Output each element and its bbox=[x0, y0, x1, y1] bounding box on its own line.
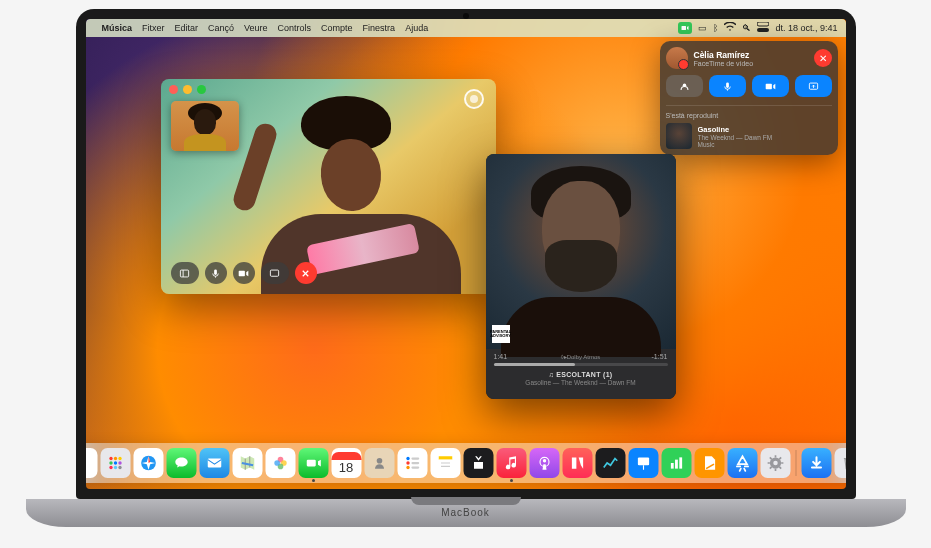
svg-line-52 bbox=[769, 467, 771, 469]
share-screen-button[interactable] bbox=[261, 262, 289, 284]
svg-rect-8 bbox=[270, 270, 278, 276]
wifi-icon[interactable] bbox=[724, 22, 736, 34]
dock-numbers[interactable] bbox=[661, 448, 691, 478]
svg-point-18 bbox=[113, 466, 116, 469]
svg-line-51 bbox=[779, 467, 781, 469]
dock-podcasts[interactable] bbox=[529, 448, 559, 478]
dock-contacts[interactable] bbox=[364, 448, 394, 478]
svg-point-13 bbox=[118, 457, 121, 460]
dock-pages[interactable] bbox=[694, 448, 724, 478]
dock-calendar[interactable]: 18 bbox=[331, 448, 361, 478]
dock-separator bbox=[795, 450, 796, 476]
svg-point-12 bbox=[113, 457, 116, 460]
minimize-window-button[interactable] bbox=[183, 85, 192, 94]
call-type-label: FaceTime de vídeo bbox=[694, 60, 808, 67]
track-info: Gasoline — The Weeknd — Dawn FM bbox=[494, 379, 668, 386]
playback-bar: 1:41 ◊▸Dolby Atmos -1:51 ♫ ESCOLTANT (1)… bbox=[486, 349, 676, 399]
svg-line-53 bbox=[779, 457, 781, 459]
dock-safari[interactable] bbox=[133, 448, 163, 478]
dock-launchpad[interactable] bbox=[100, 448, 130, 478]
dock-reminders[interactable] bbox=[397, 448, 427, 478]
airplay-icon[interactable]: ▭ bbox=[698, 23, 707, 33]
control-center-icon[interactable] bbox=[757, 22, 769, 34]
dolby-atmos-badge: ◊▸Dolby Atmos bbox=[494, 353, 668, 360]
bluetooth-icon[interactable]: ᛒ bbox=[713, 23, 718, 33]
svg-point-25 bbox=[274, 460, 280, 466]
dock-finder[interactable] bbox=[86, 448, 98, 478]
svg-point-19 bbox=[118, 466, 121, 469]
fullscreen-window-button[interactable] bbox=[197, 85, 206, 94]
dock-mail[interactable] bbox=[199, 448, 229, 478]
now-playing-label: S'està reproduint bbox=[666, 112, 832, 119]
svg-point-45 bbox=[773, 461, 778, 466]
live-photo-button[interactable] bbox=[464, 89, 484, 109]
dock-appstore[interactable] bbox=[727, 448, 757, 478]
facetime-window[interactable] bbox=[161, 79, 496, 294]
dock-news[interactable] bbox=[562, 448, 592, 478]
menu-file[interactable]: Fitxer bbox=[142, 23, 165, 33]
svg-point-17 bbox=[109, 466, 112, 469]
dock-settings[interactable] bbox=[760, 448, 790, 478]
svg-rect-32 bbox=[411, 466, 419, 468]
dock-trash[interactable] bbox=[834, 448, 846, 478]
dock-stocks[interactable] bbox=[595, 448, 625, 478]
close-window-button[interactable] bbox=[169, 85, 178, 94]
shareplay-button[interactable] bbox=[666, 75, 703, 97]
svg-rect-34 bbox=[438, 460, 452, 470]
menu-window[interactable]: Finestra bbox=[363, 23, 396, 33]
svg-rect-33 bbox=[438, 456, 452, 459]
now-playing-artwork bbox=[666, 123, 692, 149]
window-traffic-lights bbox=[169, 85, 206, 94]
svg-point-27 bbox=[406, 457, 409, 460]
mute-mic-button[interactable] bbox=[205, 262, 227, 284]
mic-button[interactable] bbox=[709, 75, 746, 97]
menubar: Música Fitxer Editar Cançó Veure Control… bbox=[86, 19, 846, 37]
progress-slider[interactable] bbox=[494, 363, 668, 366]
menu-controls[interactable]: Controls bbox=[278, 23, 312, 33]
dock-photos[interactable] bbox=[265, 448, 295, 478]
parental-advisory-badge: PARENTAL ADVISORY bbox=[492, 325, 510, 343]
music-miniplayer[interactable]: PARENTAL ADVISORY 1:41 ◊▸Dolby Atmos -1:… bbox=[486, 154, 676, 399]
svg-point-16 bbox=[118, 461, 121, 464]
menu-account[interactable]: Compte bbox=[321, 23, 353, 33]
dock-maps[interactable] bbox=[232, 448, 262, 478]
menu-song[interactable]: Cançó bbox=[208, 23, 234, 33]
caller-avatar bbox=[666, 47, 688, 69]
dock-keynote[interactable] bbox=[628, 448, 658, 478]
dock-notes[interactable] bbox=[430, 448, 460, 478]
desktop[interactable]: Música Fitxer Editar Cançó Veure Control… bbox=[86, 19, 846, 489]
menu-edit[interactable]: Editar bbox=[175, 23, 199, 33]
dock-messages[interactable] bbox=[166, 448, 196, 478]
dock-downloads[interactable] bbox=[801, 448, 831, 478]
sidebar-toggle-button[interactable] bbox=[171, 262, 199, 284]
svg-rect-7 bbox=[214, 269, 217, 275]
screen-share-button[interactable] bbox=[795, 75, 832, 97]
facetime-active-indicator[interactable] bbox=[678, 22, 692, 34]
facetime-controls bbox=[171, 262, 317, 284]
self-view-pip[interactable] bbox=[171, 101, 239, 151]
datetime[interactable]: dt. 18 oct., 9:41 bbox=[775, 23, 837, 33]
svg-rect-5 bbox=[180, 270, 188, 277]
toggle-camera-button[interactable] bbox=[233, 262, 255, 284]
menu-view[interactable]: Veure bbox=[244, 23, 268, 33]
now-playing-app: Music bbox=[698, 141, 832, 148]
spotlight-icon[interactable]: 🔍︎ bbox=[742, 23, 751, 33]
svg-rect-42 bbox=[675, 460, 678, 469]
now-playing-title: Gasoline bbox=[698, 125, 832, 134]
svg-rect-0 bbox=[757, 22, 769, 26]
svg-rect-3 bbox=[726, 82, 729, 88]
hangup-button[interactable]: ✕ bbox=[814, 49, 832, 67]
caller-name: Cèlia Ramírez bbox=[694, 50, 808, 60]
video-button[interactable] bbox=[752, 75, 789, 97]
end-call-button[interactable] bbox=[295, 262, 317, 284]
svg-rect-43 bbox=[679, 457, 682, 468]
dock-tv[interactable] bbox=[463, 448, 493, 478]
svg-point-31 bbox=[406, 466, 409, 469]
dock-music[interactable] bbox=[496, 448, 526, 478]
menu-app-name[interactable]: Música bbox=[102, 23, 133, 33]
svg-rect-28 bbox=[411, 457, 419, 459]
svg-rect-21 bbox=[207, 459, 221, 468]
svg-point-29 bbox=[406, 461, 409, 464]
dock-facetime[interactable] bbox=[298, 448, 328, 478]
menu-help[interactable]: Ajuda bbox=[405, 23, 428, 33]
